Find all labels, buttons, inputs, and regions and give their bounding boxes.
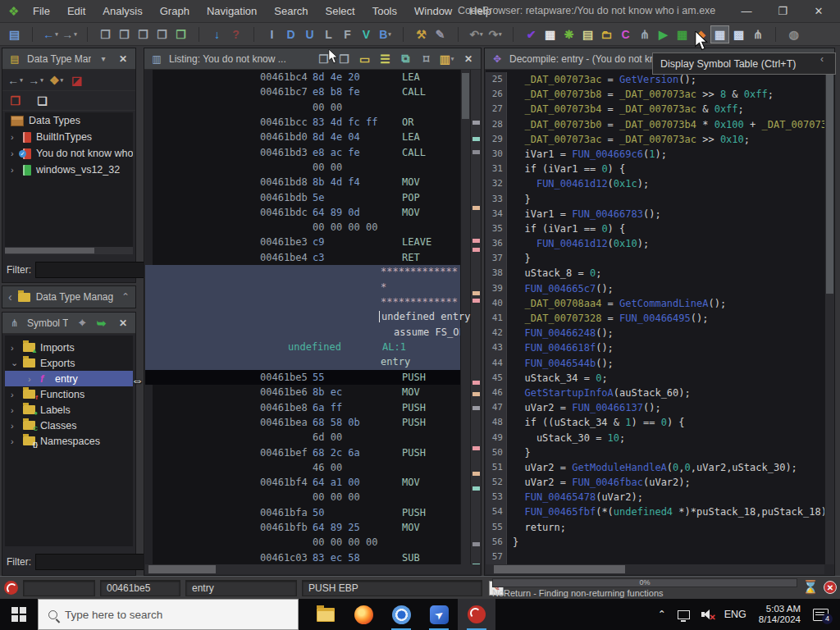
listing-row[interactable]: 46 00 bbox=[145, 460, 480, 475]
cancel-analysis-button[interactable]: ✕ bbox=[824, 581, 837, 594]
validate-icon[interactable]: ✔ bbox=[522, 25, 541, 43]
undo-icon[interactable]: ↶▾ bbox=[467, 25, 486, 43]
decompile-line[interactable]: 29 _DAT_007073ac = _DAT_007073ac >> 0x10… bbox=[486, 132, 824, 147]
decompile-body[interactable]: 25 _DAT_007073ac = GetVersion();26 _DAT_… bbox=[486, 70, 824, 564]
decompile-line[interactable]: 41 _DAT_00707328 = FUN_00466495(); bbox=[486, 311, 824, 326]
decompile-horizontal-scrollbar[interactable] bbox=[486, 564, 824, 574]
menu-navigation[interactable]: Navigation bbox=[198, 5, 265, 17]
data-type-root[interactable]: Data Types bbox=[5, 112, 133, 129]
listing-body[interactable]: 00461bc48d 4e 20LEA00461bc7e8 b8 feCALL0… bbox=[145, 70, 480, 564]
collapsed-data-type-manager[interactable]: ‹ Data Type Manag ⌃ bbox=[2, 285, 136, 308]
clear-code-icon[interactable]: ? bbox=[226, 25, 245, 43]
listing-row[interactable]: 6d 00 bbox=[145, 430, 480, 445]
define-d-icon[interactable]: D bbox=[281, 25, 300, 43]
run-script-icon[interactable]: ▶ bbox=[654, 25, 673, 43]
menu-tools[interactable]: Tools bbox=[363, 5, 405, 17]
symbol-tree-item-imports[interactable]: ›▲Imports bbox=[5, 340, 133, 355]
listing-row[interactable]: 00461be3c9LEAVE bbox=[145, 235, 480, 249]
decompile-vertical-scrollbar[interactable] bbox=[824, 70, 834, 564]
expander-icon[interactable]: › bbox=[11, 390, 18, 399]
listing-row[interactable]: 00461bc48d 4e 20LEA bbox=[145, 70, 480, 84]
memory-map-icon[interactable]: ▦ bbox=[673, 25, 692, 43]
listing-row[interactable]: 00461bdc64 89 0dMOV bbox=[145, 205, 480, 220]
paste-special-icon[interactable]: ❐ bbox=[153, 25, 171, 43]
firefox-icon[interactable] bbox=[345, 599, 382, 630]
listing-row[interactable]: 00461bd3e8 ac feCALL bbox=[145, 144, 480, 159]
scrollbar-thumb[interactable] bbox=[826, 72, 833, 294]
diff-view-icon[interactable]: ⧉ bbox=[396, 50, 415, 68]
taskbar-search[interactable]: Type here to search bbox=[38, 599, 299, 630]
decompile-line[interactable]: 38 uStack_8 = 0; bbox=[486, 266, 824, 281]
symbol-tree-item-exports[interactable]: ⌄Exports bbox=[5, 355, 133, 371]
back-icon[interactable]: ←▾ bbox=[6, 71, 25, 89]
minimize-button[interactable]: — bbox=[728, 5, 765, 17]
hint-icon[interactable]: ◍ bbox=[784, 25, 803, 43]
define-f-icon[interactable]: F bbox=[338, 25, 357, 43]
listing-row[interactable]: 00461bfa50PUSH bbox=[145, 505, 480, 520]
maximize-button[interactable]: ❐ bbox=[765, 5, 801, 17]
decompile-line[interactable]: 49 uStack_30 = 10; bbox=[486, 431, 824, 445]
listing-row[interactable]: ************* bbox=[145, 294, 480, 309]
listing-row[interactable]: 00461bd88b 4d f4MOV bbox=[145, 175, 480, 189]
language-indicator[interactable]: ENG bbox=[719, 599, 752, 630]
fields-editor-icon[interactable]: ▥▾ bbox=[437, 50, 456, 68]
expander-icon[interactable]: › bbox=[11, 148, 18, 158]
collapse-chevron-icon[interactable]: ‹ bbox=[815, 52, 829, 66]
modify-icon[interactable]: ⚒ bbox=[412, 25, 431, 43]
back-icon[interactable]: ←▾ bbox=[41, 25, 60, 43]
symbol-tree-item-labels[interactable]: ›●Labels bbox=[5, 402, 133, 418]
listing-row[interactable]: 00461bef68 2c 6aPUSH bbox=[145, 445, 480, 459]
chromium-icon[interactable] bbox=[382, 599, 420, 630]
symbol-tree-item-functions[interactable]: ›fFunctions bbox=[5, 386, 133, 402]
open-archive-icon[interactable]: ❒ bbox=[6, 92, 25, 110]
decompile-line[interactable]: 40 _DAT_00708aa4 = GetCommandLineA(); bbox=[486, 296, 824, 311]
decompile-line[interactable]: 31 if (iVar1 == 0) { bbox=[486, 162, 824, 176]
annotate-icon[interactable]: ✎ bbox=[431, 25, 450, 43]
listing-row[interactable]: 00461bf464 a1 00MOV bbox=[145, 475, 480, 490]
listing-row[interactable]: 00461bc7e8 b8 feCALL bbox=[145, 84, 480, 99]
expander-icon[interactable]: › bbox=[11, 436, 18, 446]
listing-row[interactable]: entry bbox=[145, 355, 480, 370]
listing-row[interactable]: 00461be555PUSH bbox=[145, 370, 480, 385]
symbol-tree-item-entry[interactable]: ›fentry bbox=[5, 371, 133, 386]
forward-icon[interactable]: →▾ bbox=[26, 71, 45, 89]
symbol-tree-header[interactable]: ⋔ Symbol Tree ⌖➥ ✕ bbox=[2, 313, 135, 334]
decompile-line[interactable]: 44 FUN_0046544b(); bbox=[486, 356, 824, 371]
menu-file[interactable]: File bbox=[24, 5, 58, 17]
expander-icon[interactable]: › bbox=[11, 132, 18, 142]
decompile-line[interactable]: 51 uVar2 = GetModuleHandleA(0,0,uVar2,uS… bbox=[486, 460, 824, 475]
clock[interactable]: 5:03 AM 8/14/2024 bbox=[752, 604, 807, 625]
expander-icon[interactable]: › bbox=[11, 405, 18, 415]
file-explorer-icon[interactable] bbox=[307, 599, 345, 630]
listing-header[interactable]: ▥ Listing: You do not know ... ❐❐▭☰⧉⌑▥▾ … bbox=[144, 48, 481, 70]
paste-icon[interactable]: ❐ bbox=[115, 25, 134, 43]
decompile-line[interactable]: 42 FUN_00466248(); bbox=[486, 326, 824, 340]
horizontal-scrollbar[interactable] bbox=[5, 247, 133, 254]
decompile-line[interactable]: 36 FUN_00461d12(0x10); bbox=[486, 236, 824, 251]
data-type-item[interactable]: ›✓You do not know who bbox=[5, 145, 133, 162]
chevron-up-icon[interactable]: ⌃ bbox=[121, 291, 130, 303]
listing-horizontal-scrollbar[interactable] bbox=[145, 564, 480, 574]
calling-convention-icon[interactable]: C bbox=[616, 25, 635, 43]
chevron-down-icon[interactable]: ▾ bbox=[96, 52, 111, 66]
scrollbar-thumb[interactable] bbox=[494, 565, 625, 573]
menu-window[interactable]: Window bbox=[406, 5, 461, 17]
tray-chevron-icon[interactable]: ⌃ bbox=[652, 599, 672, 630]
data-type-item[interactable]: ›BuiltInTypes bbox=[5, 129, 133, 145]
close-icon[interactable]: ✕ bbox=[461, 52, 476, 66]
bytes-viewer-icon[interactable]: ▦ bbox=[541, 25, 559, 43]
listing-row[interactable]: assume FS_OFFSET bbox=[145, 325, 480, 340]
listing-row[interactable]: 00 00 00 00 bbox=[145, 535, 480, 550]
listing-row[interactable]: * bbox=[145, 280, 480, 294]
analyze-icon[interactable]: ❋ bbox=[559, 25, 578, 43]
symbol-references-icon[interactable]: ▩ bbox=[729, 25, 748, 43]
decompile-line[interactable]: 35 if (iVar1 == 0) { bbox=[486, 221, 824, 236]
redo-icon[interactable]: ↷▾ bbox=[486, 25, 504, 43]
listing-row[interactable]: 00 00 00 00 bbox=[145, 220, 480, 235]
save-icon[interactable]: ▤ bbox=[5, 25, 24, 43]
forward-icon[interactable]: →▾ bbox=[60, 25, 79, 43]
define-l-icon[interactable]: L bbox=[319, 25, 338, 43]
edit-cursor-icon[interactable]: ▭ bbox=[355, 50, 374, 68]
decompile-line[interactable]: 54 FUN_00465fbf(*(undefined4 *)*puStack_… bbox=[486, 504, 824, 519]
decompile-line[interactable]: 34 iVar1 = FUN_00466783(); bbox=[486, 207, 824, 221]
